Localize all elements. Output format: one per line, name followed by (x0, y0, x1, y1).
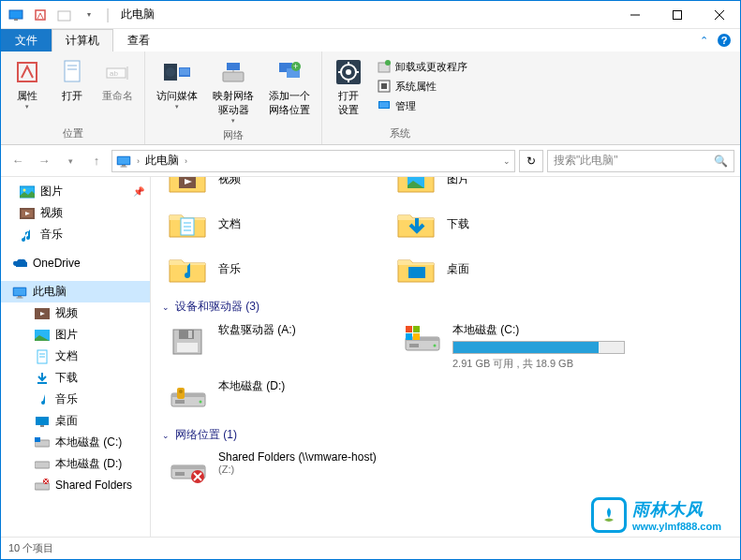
folder-desktop[interactable]: 桌面 (391, 246, 619, 291)
qat-properties-icon[interactable] (29, 5, 52, 25)
chevron-down-icon: ⌄ (162, 431, 170, 440)
navigation-bar: ← → ▾ ↑ › 此电脑 › ⌄ ↻ 搜索"此电脑" 🔍 (1, 145, 740, 177)
help-icon[interactable]: ? (718, 34, 731, 47)
drive-a[interactable]: 软盘驱动器 (A:) (162, 318, 396, 375)
map-drive-icon (218, 57, 248, 87)
chevron-down-icon: ⌄ (162, 302, 170, 312)
svg-rect-15 (58, 11, 70, 21)
tab-computer[interactable]: 计算机 (52, 29, 113, 52)
qat-new-folder-icon[interactable] (53, 5, 76, 25)
quick-access-toolbar: ▾ (1, 5, 100, 25)
drive-d[interactable]: 本地磁盘 (D:) (162, 375, 396, 420)
folder-pictures[interactable]: 图片 (391, 177, 619, 201)
svg-point-52 (23, 188, 26, 191)
manage-button[interactable]: 管理 (373, 96, 471, 115)
uninstall-button[interactable]: 卸载或更改程序 (373, 57, 471, 76)
svg-text:ab: ab (110, 69, 118, 78)
address-bar[interactable]: › 此电脑 › ⌄ (111, 150, 515, 172)
minimize-button[interactable] (614, 1, 656, 28)
address-dropdown-icon[interactable]: ⌄ (503, 156, 511, 166)
svg-point-46 (385, 60, 391, 66)
close-button[interactable] (698, 1, 740, 28)
nav-up-button[interactable]: ↑ (85, 150, 108, 172)
map-drive-button[interactable]: 映射网络 驱动器 ▾ (207, 55, 259, 126)
drive-icon (35, 457, 50, 472)
tree-onedrive[interactable]: OneDrive (1, 253, 150, 273)
folder-documents[interactable]: 文档 (162, 201, 391, 246)
tree-shared-folders[interactable]: Shared Folders (1, 475, 150, 495)
tree-pc-videos[interactable]: 视频 (1, 302, 150, 324)
item-count: 10 个项目 (8, 541, 53, 555)
svg-rect-30 (180, 68, 189, 75)
svg-point-28 (166, 67, 175, 77)
folder-downloads[interactable]: 下载 (391, 201, 619, 246)
rename-button[interactable]: ab 重命名 (96, 55, 139, 105)
svg-rect-76 (408, 267, 425, 278)
folder-icon (396, 205, 437, 243)
drive-c[interactable]: 本地磁盘 (C:) 2.91 GB 可用 , 共 18.9 GB (396, 318, 630, 375)
nav-recent-dropdown[interactable]: ▾ (59, 150, 82, 172)
folder-icon (168, 250, 209, 287)
open-button[interactable]: 打开 (52, 55, 93, 105)
qat-dropdown-icon[interactable]: ▾ (78, 5, 100, 25)
tree-pc-music[interactable]: 音乐 (1, 389, 150, 410)
content-pane[interactable]: 视频 图片 文档 下载 音乐 桌面 (151, 177, 740, 537)
refresh-button[interactable]: ↻ (519, 150, 543, 172)
videos-icon (35, 306, 50, 321)
svg-point-40 (346, 69, 351, 75)
qat-app-icon[interactable] (5, 5, 27, 25)
window-title: 此电脑 (121, 7, 155, 22)
tree-pictures[interactable]: 图片📌 (1, 181, 150, 202)
ribbon-group-label: 系统 (328, 125, 471, 142)
svg-rect-48 (381, 83, 387, 89)
folder-icon (396, 177, 437, 198)
tree-pc-pictures[interactable]: 图片 (1, 324, 150, 346)
properties-button[interactable]: 属性 ▾ (7, 55, 48, 112)
svg-rect-64 (35, 437, 40, 442)
thispc-icon (116, 155, 131, 168)
tab-view[interactable]: 查看 (113, 29, 164, 52)
open-settings-button[interactable]: 打开 设置 (328, 55, 369, 119)
tab-file[interactable]: 文件 (1, 29, 52, 52)
ribbon-collapse-icon[interactable]: ⌃ (700, 35, 708, 47)
watermark: 雨林木风 www.ylmf888.com (591, 497, 721, 533)
access-media-button[interactable]: 访问媒体 ▾ (151, 55, 203, 112)
tree-pc-documents[interactable]: 文档 (1, 346, 150, 367)
svg-rect-31 (223, 72, 244, 81)
floppy-icon (168, 322, 209, 360)
section-devices-header[interactable]: ⌄ 设备和驱动器 (3) (162, 291, 729, 318)
svg-rect-13 (14, 19, 18, 21)
tree-drive-d[interactable]: 本地磁盘 (D:) (1, 453, 150, 475)
tree-drive-c[interactable]: 本地磁盘 (C:) (1, 432, 150, 453)
music-icon (35, 392, 50, 407)
drive-icon (402, 322, 443, 360)
svg-rect-50 (379, 102, 389, 108)
folder-music[interactable]: 音乐 (162, 246, 391, 291)
media-icon (162, 57, 192, 87)
tree-pc-downloads[interactable]: 下载 (1, 367, 150, 389)
nav-back-button[interactable]: ← (7, 150, 29, 172)
folder-icon (168, 177, 209, 198)
tree-pc-desktop[interactable]: 桌面 (1, 410, 150, 432)
drive-shared-folders[interactable]: Shared Folders (\\vmware-host) (Z:) (162, 447, 396, 492)
title-bar: ▾ | 此电脑 (1, 1, 740, 29)
tree-videos[interactable]: 视频 (1, 202, 150, 224)
search-box[interactable]: 搜索"此电脑" 🔍 (547, 150, 734, 172)
breadcrumb-root[interactable]: 此电脑 (145, 153, 179, 169)
navigation-tree[interactable]: 图片📌 视频 音乐 OneDrive 此电脑 视频 图片 文档 下载 音乐 桌面… (1, 177, 151, 537)
section-network-header[interactable]: ⌄ 网络位置 (1) (162, 420, 729, 447)
tree-this-pc[interactable]: 此电脑 (1, 281, 150, 302)
network-drive-icon (168, 450, 209, 488)
music-icon (20, 228, 35, 243)
system-properties-button[interactable]: 系统属性 (373, 77, 471, 96)
search-placeholder: 搜索"此电脑" (554, 153, 618, 169)
add-network-location-button[interactable]: + 添加一个 网络位置 (263, 55, 316, 119)
tree-music[interactable]: 音乐 (1, 224, 150, 245)
nav-forward-button[interactable]: → (33, 150, 55, 172)
maximize-button[interactable] (656, 1, 698, 28)
open-icon (57, 57, 87, 87)
folder-videos[interactable]: 视频 (162, 177, 391, 201)
ribbon: 属性 ▾ 打开 ab 重命名 位置 访问媒体 ▾ 映射网络 驱动器 (1, 52, 740, 145)
svg-rect-77 (406, 326, 412, 332)
search-icon: 🔍 (714, 155, 728, 168)
